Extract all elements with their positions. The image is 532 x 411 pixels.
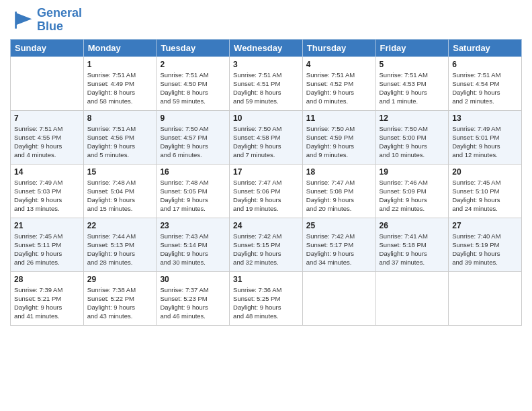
day-info: Sunrise: 7:42 AM Sunset: 5:15 PM Dayligh… <box>233 232 299 267</box>
day-number: 27 <box>452 221 518 230</box>
day-info: Sunrise: 7:41 AM Sunset: 5:18 PM Dayligh… <box>380 232 445 267</box>
calendar-header-row: SundayMondayTuesdayWednesdayThursdayFrid… <box>11 39 522 56</box>
day-number: 7 <box>14 113 80 123</box>
day-info: Sunrise: 7:51 AM Sunset: 4:54 PM Dayligh… <box>452 71 518 106</box>
day-cell: 18Sunrise: 7:47 AM Sunset: 5:08 PM Dayli… <box>302 164 375 218</box>
day-cell: 14Sunrise: 7:49 AM Sunset: 5:03 PM Dayli… <box>11 164 84 218</box>
day-info: Sunrise: 7:49 AM Sunset: 5:01 PM Dayligh… <box>452 124 518 160</box>
day-cell: 9Sunrise: 7:50 AM Sunset: 4:57 PM Daylig… <box>157 110 230 164</box>
day-info: Sunrise: 7:36 AM Sunset: 5:25 PM Dayligh… <box>233 285 299 321</box>
day-info: Sunrise: 7:46 AM Sunset: 5:09 PM Dayligh… <box>380 178 445 214</box>
svg-rect-1 <box>15 11 17 28</box>
header: General Blue <box>10 7 522 34</box>
day-number: 1 <box>87 60 153 69</box>
day-number: 14 <box>14 167 80 177</box>
day-cell <box>375 271 449 325</box>
day-cell: 17Sunrise: 7:47 AM Sunset: 5:06 PM Dayli… <box>230 164 303 218</box>
week-row-3: 14Sunrise: 7:49 AM Sunset: 5:03 PM Dayli… <box>11 164 522 218</box>
page: General Blue SundayMondayTuesdayWednesda… <box>0 0 532 411</box>
day-cell <box>449 271 522 325</box>
day-info: Sunrise: 7:51 AM Sunset: 4:56 PM Dayligh… <box>87 124 153 160</box>
day-number: 25 <box>306 221 372 230</box>
day-cell: 12Sunrise: 7:50 AM Sunset: 5:00 PM Dayli… <box>375 110 449 164</box>
day-cell <box>302 271 375 325</box>
day-number: 6 <box>452 60 518 69</box>
day-info: Sunrise: 7:51 AM Sunset: 4:55 PM Dayligh… <box>14 124 80 160</box>
day-number: 12 <box>380 113 445 123</box>
day-info: Sunrise: 7:39 AM Sunset: 5:21 PM Dayligh… <box>14 285 80 321</box>
day-number: 29 <box>87 275 153 284</box>
day-cell: 15Sunrise: 7:48 AM Sunset: 5:04 PM Dayli… <box>83 164 157 218</box>
day-info: Sunrise: 7:47 AM Sunset: 5:06 PM Dayligh… <box>233 178 299 214</box>
day-cell: 2Sunrise: 7:51 AM Sunset: 4:50 PM Daylig… <box>157 56 230 110</box>
day-number: 23 <box>160 221 226 230</box>
day-info: Sunrise: 7:51 AM Sunset: 4:50 PM Dayligh… <box>160 71 226 106</box>
day-info: Sunrise: 7:51 AM Sunset: 4:53 PM Dayligh… <box>380 71 445 106</box>
day-number: 30 <box>160 275 226 284</box>
day-cell: 30Sunrise: 7:37 AM Sunset: 5:23 PM Dayli… <box>157 271 230 325</box>
day-cell: 6Sunrise: 7:51 AM Sunset: 4:54 PM Daylig… <box>449 56 522 110</box>
day-info: Sunrise: 7:45 AM Sunset: 5:11 PM Dayligh… <box>14 232 80 267</box>
day-cell: 29Sunrise: 7:38 AM Sunset: 5:22 PM Dayli… <box>83 271 157 325</box>
week-row-5: 28Sunrise: 7:39 AM Sunset: 5:21 PM Dayli… <box>11 271 522 325</box>
day-cell: 24Sunrise: 7:42 AM Sunset: 5:15 PM Dayli… <box>230 218 303 271</box>
col-header-thursday: Thursday <box>302 39 375 56</box>
col-header-tuesday: Tuesday <box>157 39 230 56</box>
day-info: Sunrise: 7:37 AM Sunset: 5:23 PM Dayligh… <box>160 285 226 321</box>
day-info: Sunrise: 7:47 AM Sunset: 5:08 PM Dayligh… <box>306 178 372 214</box>
day-cell <box>11 56 84 110</box>
day-number: 18 <box>306 167 372 177</box>
day-cell: 4Sunrise: 7:51 AM Sunset: 4:52 PM Daylig… <box>302 56 375 110</box>
day-cell: 25Sunrise: 7:42 AM Sunset: 5:17 PM Dayli… <box>302 218 375 271</box>
day-info: Sunrise: 7:50 AM Sunset: 4:59 PM Dayligh… <box>306 124 372 160</box>
day-cell: 31Sunrise: 7:36 AM Sunset: 5:25 PM Dayli… <box>230 271 303 325</box>
day-cell: 26Sunrise: 7:41 AM Sunset: 5:18 PM Dayli… <box>375 218 449 271</box>
day-cell: 28Sunrise: 7:39 AM Sunset: 5:21 PM Dayli… <box>11 271 84 325</box>
svg-marker-0 <box>16 13 32 25</box>
day-cell: 16Sunrise: 7:48 AM Sunset: 5:05 PM Dayli… <box>157 164 230 218</box>
day-cell: 7Sunrise: 7:51 AM Sunset: 4:55 PM Daylig… <box>11 110 84 164</box>
day-info: Sunrise: 7:44 AM Sunset: 5:13 PM Dayligh… <box>87 232 153 267</box>
day-number: 2 <box>160 60 226 69</box>
week-row-2: 7Sunrise: 7:51 AM Sunset: 4:55 PM Daylig… <box>11 110 522 164</box>
day-info: Sunrise: 7:45 AM Sunset: 5:10 PM Dayligh… <box>452 178 518 214</box>
day-number: 21 <box>14 221 80 230</box>
day-cell: 5Sunrise: 7:51 AM Sunset: 4:53 PM Daylig… <box>375 56 449 110</box>
day-info: Sunrise: 7:51 AM Sunset: 4:49 PM Dayligh… <box>87 71 153 106</box>
day-info: Sunrise: 7:48 AM Sunset: 5:04 PM Dayligh… <box>87 178 153 214</box>
day-number: 26 <box>380 221 445 230</box>
day-info: Sunrise: 7:40 AM Sunset: 5:19 PM Dayligh… <box>452 232 518 267</box>
day-number: 4 <box>306 60 372 69</box>
day-number: 5 <box>380 60 445 69</box>
day-cell: 13Sunrise: 7:49 AM Sunset: 5:01 PM Dayli… <box>449 110 522 164</box>
day-number: 22 <box>87 221 153 230</box>
col-header-monday: Monday <box>83 39 157 56</box>
day-info: Sunrise: 7:42 AM Sunset: 5:17 PM Dayligh… <box>306 232 372 267</box>
day-number: 10 <box>233 113 299 123</box>
day-info: Sunrise: 7:50 AM Sunset: 4:57 PM Dayligh… <box>160 124 226 160</box>
generalblue-logo-icon <box>10 8 34 32</box>
week-row-4: 21Sunrise: 7:45 AM Sunset: 5:11 PM Dayli… <box>11 218 522 271</box>
day-number: 3 <box>233 60 299 69</box>
day-number: 13 <box>452 113 518 123</box>
day-info: Sunrise: 7:50 AM Sunset: 4:58 PM Dayligh… <box>233 124 299 160</box>
day-number: 20 <box>452 167 518 177</box>
day-number: 16 <box>160 167 226 177</box>
col-header-wednesday: Wednesday <box>230 39 303 56</box>
day-info: Sunrise: 7:38 AM Sunset: 5:22 PM Dayligh… <box>87 285 153 321</box>
day-info: Sunrise: 7:43 AM Sunset: 5:14 PM Dayligh… <box>160 232 226 267</box>
day-cell: 8Sunrise: 7:51 AM Sunset: 4:56 PM Daylig… <box>83 110 157 164</box>
col-header-sunday: Sunday <box>11 39 84 56</box>
day-cell: 23Sunrise: 7:43 AM Sunset: 5:14 PM Dayli… <box>157 218 230 271</box>
day-number: 24 <box>233 221 299 230</box>
day-cell: 3Sunrise: 7:51 AM Sunset: 4:51 PM Daylig… <box>230 56 303 110</box>
day-number: 28 <box>14 275 80 284</box>
day-info: Sunrise: 7:50 AM Sunset: 5:00 PM Dayligh… <box>380 124 445 160</box>
day-number: 11 <box>306 113 372 123</box>
logo-text: General Blue <box>37 7 82 34</box>
day-cell: 22Sunrise: 7:44 AM Sunset: 5:13 PM Dayli… <box>83 218 157 271</box>
day-info: Sunrise: 7:49 AM Sunset: 5:03 PM Dayligh… <box>14 178 80 214</box>
logo: General Blue <box>10 7 82 34</box>
day-info: Sunrise: 7:51 AM Sunset: 4:51 PM Dayligh… <box>233 71 299 106</box>
day-info: Sunrise: 7:48 AM Sunset: 5:05 PM Dayligh… <box>160 178 226 214</box>
